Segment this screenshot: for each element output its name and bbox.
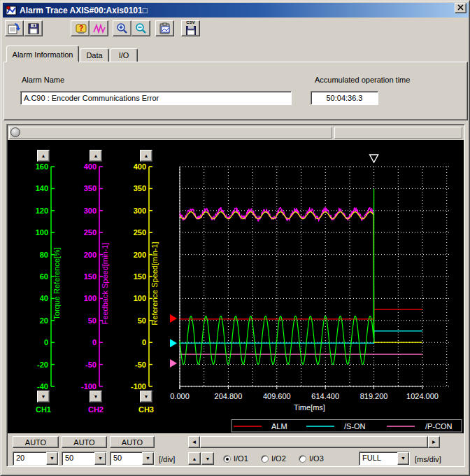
svg-text:-40: -40 xyxy=(37,382,48,391)
svg-text:0: 0 xyxy=(142,338,146,346)
per-div-label: [/div] xyxy=(159,455,175,463)
svg-text:819.200: 819.200 xyxy=(360,392,388,400)
radio-io2[interactable]: I/O2 xyxy=(261,454,286,463)
ch1-scale-combo[interactable]: 20 ▼ xyxy=(13,451,59,465)
ch2-scale-value: 50 xyxy=(62,452,94,465)
svg-text:Time[ms]: Time[ms] xyxy=(294,403,325,412)
svg-text:20: 20 xyxy=(40,316,48,325)
svg-text:Reference Speed[min-1]: Reference Speed[min-1] xyxy=(150,241,159,325)
auto-label: AUTO xyxy=(25,438,46,447)
import-report-button[interactable] xyxy=(5,20,24,36)
svg-text:150: 150 xyxy=(84,272,97,281)
radio-icon xyxy=(261,455,269,463)
down-arrow-icon: ▼ xyxy=(144,394,149,399)
svg-text:0: 0 xyxy=(92,338,97,346)
chevron-down-icon[interactable]: ▼ xyxy=(46,452,58,465)
svg-text:?: ? xyxy=(78,24,83,32)
app-icon xyxy=(6,5,17,16)
alarm-display-button[interactable]: ? xyxy=(71,20,90,36)
svg-text:120: 120 xyxy=(36,206,48,215)
svg-text:409.600: 409.600 xyxy=(263,392,291,400)
radio-icon xyxy=(299,455,306,463)
tab-alarm-information[interactable]: Alarm Information xyxy=(6,46,79,62)
io-position-up-button[interactable]: ▲ xyxy=(188,452,201,465)
accumulated-time-value: 50:04:36.3 xyxy=(327,94,363,102)
svg-text:1024.000: 1024.000 xyxy=(406,392,439,400)
tab-data[interactable]: Data xyxy=(80,48,109,62)
trace-chart-svg: 0.000204.800409.600614.400819.2001024.00… xyxy=(8,140,464,433)
window-title: Alarm Trace AXIS#00:Axis0101□ xyxy=(20,6,148,15)
chevron-down-icon[interactable]: ▼ xyxy=(397,452,409,465)
svg-text:300: 300 xyxy=(134,206,146,215)
ch1-scale-down-button[interactable]: ▼ xyxy=(37,391,50,402)
copy-image-button[interactable] xyxy=(155,20,174,36)
zoom-in-button[interactable] xyxy=(113,20,131,36)
auto-label: AUTO xyxy=(73,438,94,447)
svg-text:50: 50 xyxy=(138,316,146,325)
alarm-name-field[interactable]: A.C90 : Encoder Communications Error xyxy=(20,91,292,105)
radio-io3[interactable]: I/O3 xyxy=(299,454,324,463)
trace-waveform-icon xyxy=(93,23,106,34)
svg-text:250: 250 xyxy=(84,228,97,237)
auto-label: AUTO xyxy=(122,438,143,447)
save-button[interactable] xyxy=(24,20,43,36)
alarm-display-icon: ? xyxy=(74,23,87,34)
time-range-combo[interactable]: FULL ▼ xyxy=(359,451,410,465)
ch1-scale-up-button[interactable]: ▲ xyxy=(37,150,50,162)
radio-io3-label: I/O3 xyxy=(309,454,324,463)
svg-text:-50: -50 xyxy=(135,360,146,369)
trace-waveform-button[interactable] xyxy=(90,20,108,36)
tab-io[interactable]: I/O xyxy=(110,48,138,62)
svg-text:-20: -20 xyxy=(37,360,48,369)
graph-header-left xyxy=(9,127,332,139)
svg-text:614.400: 614.400 xyxy=(311,392,339,400)
scrollbar-thumb[interactable] xyxy=(200,436,428,448)
svg-text:204.800: 204.800 xyxy=(215,392,243,400)
graph-header-right xyxy=(334,127,462,139)
svg-text:80: 80 xyxy=(40,251,48,259)
svg-text:-100: -100 xyxy=(81,382,97,391)
status-ball-icon xyxy=(10,127,20,137)
chevron-down-icon[interactable]: ▼ xyxy=(142,452,154,465)
radio-io1[interactable]: I/O1 xyxy=(223,454,248,463)
save-csv-button[interactable]: CSV xyxy=(181,20,200,36)
chevron-down-icon[interactable]: ▼ xyxy=(94,452,106,465)
ch2-scale-up-button[interactable]: ▲ xyxy=(90,150,102,162)
ch3-scale-up-button[interactable]: ▲ xyxy=(140,150,152,162)
down-arrow-icon: ▼ xyxy=(41,394,46,399)
ch2-scale-down-button[interactable]: ▼ xyxy=(90,391,102,402)
save-csv-icon: CSV xyxy=(185,22,197,35)
svg-text:300: 300 xyxy=(84,206,97,215)
ch2-scale-combo[interactable]: 50 ▼ xyxy=(62,451,107,465)
alarm-name-value: A.C90 : Encoder Communications Error xyxy=(24,94,159,102)
io-position-down-button[interactable]: ▼ xyxy=(201,452,214,465)
svg-text:400: 400 xyxy=(134,162,146,171)
svg-text:/P-CON: /P-CON xyxy=(425,422,453,430)
ch3-scale-combo[interactable]: 50 ▼ xyxy=(110,451,155,465)
up-arrow-icon: ▲ xyxy=(41,153,46,158)
svg-text:250: 250 xyxy=(134,228,146,237)
svg-text:150: 150 xyxy=(134,272,146,281)
scroll-right-icon[interactable]: ► xyxy=(428,436,440,448)
ch3-scale-down-button[interactable]: ▼ xyxy=(140,391,152,402)
up-arrow-icon: ▲ xyxy=(192,456,197,461)
tab-label: Alarm Information xyxy=(13,50,73,59)
up-arrow-icon: ▲ xyxy=(144,153,149,158)
close-button[interactable] xyxy=(455,3,467,13)
ch1-scale-value: 20 xyxy=(13,452,46,465)
svg-text:Torque Reference[%]: Torque Reference[%] xyxy=(52,247,61,319)
radio-icon xyxy=(223,455,231,463)
trace-chart: 0.000204.800409.600614.400819.2001024.00… xyxy=(8,140,464,433)
accumulated-time-label: Accumulated operation time xyxy=(315,76,410,84)
ch1-auto-button[interactable]: AUTO xyxy=(13,436,59,448)
ch2-auto-button[interactable]: AUTO xyxy=(62,436,107,448)
ch3-auto-button[interactable]: AUTO xyxy=(110,436,155,448)
scroll-left-icon[interactable]: ◄ xyxy=(188,436,200,448)
time-scrollbar[interactable]: ◄ ► xyxy=(188,436,440,448)
zoom-out-button[interactable] xyxy=(131,20,150,36)
svg-text:Feedback Speed[min-1]: Feedback Speed[min-1] xyxy=(101,243,109,325)
svg-text:100: 100 xyxy=(84,294,97,302)
csv-icon-label: CSV xyxy=(185,20,197,24)
svg-text:/S-ON: /S-ON xyxy=(344,422,366,430)
titlebar: Alarm Trace AXIS#00:Axis0101□ xyxy=(3,3,469,18)
